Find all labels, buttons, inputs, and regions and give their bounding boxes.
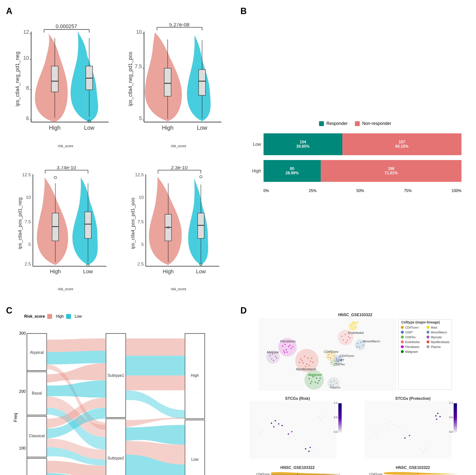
svg-text:0.6: 0.6 [449,416,453,419]
svg-point-265 [262,430,263,431]
svg-point-230 [401,345,404,348]
panel-b: B Responder Non-responder Low 104 [239,5,471,302]
svg-point-307 [436,419,437,420]
svg-rect-244 [249,401,336,459]
svg-text:200: 200 [19,389,26,394]
svg-point-203 [330,381,332,382]
svg-point-258 [311,450,312,451]
stcg-risk-title: STCGs (Risk) [240,396,355,401]
svg-point-141 [275,356,276,357]
svg-text:100: 100 [19,446,26,450]
svg-point-133 [283,350,284,351]
panel-d-grid: HNSC_GSE103322 [240,306,470,475]
svg-point-294 [425,448,425,449]
svg-point-287 [403,434,404,435]
svg-text:Fibroblasts: Fibroblasts [405,345,419,349]
svg-text:ips_ctla4_neg_pd1_neg: ips_ctla4_neg_pd1_neg [15,52,20,107]
svg-point-267 [271,422,272,424]
svg-point-163 [327,357,329,358]
svg-text:10: 10 [136,29,142,35]
svg-rect-277 [338,403,341,432]
violin-4-xlabel: risk_score [171,287,186,291]
bar-low-nonresponder: 157 60.15% [342,133,461,155]
panel-d: D HNSC_GSE103322 [239,304,471,475]
svg-point-271 [281,425,283,426]
svg-text:0.000257: 0.000257 [56,23,77,29]
svg-text:300: 300 [19,331,26,335]
svg-point-170 [331,362,332,363]
svg-point-291 [410,439,411,440]
bar-high-nonresp-count: 196 [388,166,394,171]
svg-text:Low: Low [83,268,93,274]
svg-point-304 [435,415,437,416]
svg-rect-281 [364,401,452,459]
svg-text:Fibroblasts: Fibroblasts [280,339,296,343]
svg-point-187 [357,343,358,344]
svg-text:High: High [50,268,61,274]
umap-stcg-risk: STCGs (Risk) [240,396,355,464]
violin-grid: 12 10 8 6 High Low 0.000257 [10,7,235,299]
violin-3: 12.5 10 7.5 5 2.5 High Low 3.74e-10 [10,158,121,299]
violin-right-svg: CD4Tconv CD8T CD8Tex Endothelial Fibrobl… [356,470,470,475]
svg-point-129 [284,344,286,345]
svg-point-189 [362,345,364,346]
svg-text:Myofibroblasts: Myofibroblasts [431,340,449,344]
bar-low-resp-pct: 39.85% [296,144,309,149]
svg-text:ips_ctla4_pos_pd1_pos: ips_ctla4_pos_pd1_pos [130,198,136,249]
svg-point-295 [427,450,428,451]
svg-rect-40 [164,68,171,96]
svg-point-149 [310,361,311,362]
svg-text:5.27e-08: 5.27e-08 [169,23,189,28]
svg-point-190 [359,347,360,348]
svg-point-284 [393,424,394,425]
axis-25: 25% [309,189,317,193]
violin-2-xlabel: risk_score [171,144,186,148]
svg-text:12: 12 [23,29,29,35]
svg-text:Low: Low [196,268,206,274]
svg-point-288 [406,432,407,433]
svg-text:CD4Tconv: CD4Tconv [405,326,418,329]
svg-text:ips_ctla4_neg_pd1_pos: ips_ctla4_neg_pd1_pos [127,52,133,106]
svg-point-178 [342,339,344,340]
svg-point-207 [330,384,331,385]
svg-point-195 [316,378,317,379]
svg-rect-91 [198,213,204,238]
svg-text:12.5: 12.5 [135,172,144,177]
legend-nonresponder: Non-responder [355,121,391,126]
svg-point-228 [401,340,404,343]
violin-svg-4: 12.5 10 7.5 5 2.5 High Low 2.3e-10 [123,166,234,287]
svg-rect-118 [185,420,205,475]
svg-point-266 [261,434,262,435]
bar-row-low: Low 104 39.85% 157 60.15% [249,133,462,155]
svg-rect-44 [199,70,205,95]
svg-text:Subtype2: Subtype2 [108,456,124,460]
svg-point-162 [330,357,331,359]
svg-text:CD4Tconv: CD4Tconv [256,473,270,475]
bar-low-nonresp-pct: 60.15% [395,144,408,149]
svg-point-303 [376,434,377,435]
svg-point-147 [304,356,305,357]
svg-point-262 [324,417,324,418]
svg-point-270 [273,426,274,427]
svg-point-188 [360,342,361,343]
svg-text:Malignant: Malignant [308,373,322,377]
violin-1: 12 10 8 6 High Low 0.000257 [10,15,121,156]
svg-point-276 [310,447,311,448]
svg-text:Endothelial: Endothelial [405,340,419,344]
svg-text:8: 8 [26,85,29,91]
svg-point-130 [288,346,289,347]
svg-point-224 [401,331,404,334]
svg-point-153 [305,366,306,367]
violin-4: 12.5 10 7.5 5 2.5 High Low 2.3e-10 [123,158,234,299]
svg-point-234 [426,326,429,329]
violin-svg-2: 10 7.5 5 High Low 5.27e-08 [123,23,234,144]
svg-point-143 [276,357,277,359]
violin-left-title: HNSC_GSE103322 [240,466,355,470]
panel-b-label: B [240,6,247,16]
violin-left-panel: HNSC_GSE103322 CD4Tconv CD8T CD8Tex Endo… [240,466,355,475]
svg-text:5: 5 [139,115,142,121]
svg-text:2.3e-10: 2.3e-10 [171,166,188,170]
bar-high-nonresp-pct: 71.01% [385,171,398,175]
main-grid: A 12 10 8 6 High [0,0,476,475]
svg-text:High: High [191,373,199,378]
